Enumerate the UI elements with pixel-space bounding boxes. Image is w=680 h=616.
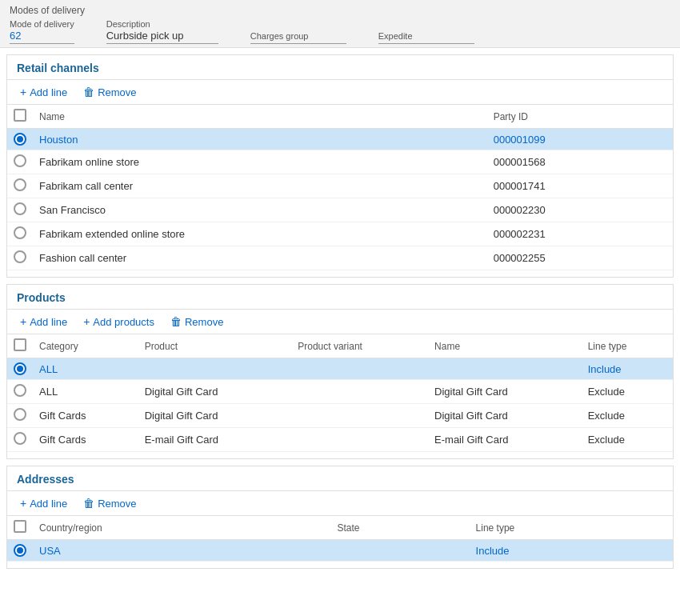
products-row-select[interactable] (7, 404, 33, 428)
products-row[interactable]: ALL Include (7, 358, 673, 380)
retail-partyid-header: Party ID (487, 105, 673, 129)
expedite-label: Expedite (378, 31, 474, 41)
plus-icon: + (20, 86, 26, 98)
products-row-product: E-mail Gift Card (138, 428, 292, 452)
products-remove-label: Remove (185, 316, 223, 328)
addresses-title: Addresses (7, 466, 673, 491)
addresses-add-line-label: Add line (30, 498, 67, 510)
products-add-line-label: Add line (30, 316, 67, 328)
retail-row-select[interactable] (7, 174, 33, 198)
products-row-linetype: Exclude (582, 380, 673, 404)
retail-row-name: Fabrikam online store (33, 150, 487, 174)
trash-icon-3: 🗑 (83, 497, 94, 510)
retail-channels-row[interactable]: Fabrikam extended online store 000002231 (7, 222, 673, 246)
addresses-row-linetype: Include (470, 540, 673, 562)
radio-button[interactable] (14, 178, 26, 191)
charges-label: Charges group (250, 31, 346, 41)
radio-button[interactable] (14, 226, 26, 239)
addresses-row-state (330, 540, 469, 562)
addresses-table-container: Country/region State Line type USA Inclu… (7, 516, 673, 568)
products-product-header: Product (138, 334, 292, 358)
products-remove-button[interactable]: 🗑 Remove (167, 314, 226, 330)
retail-select-header (7, 105, 33, 129)
products-name-header: Name (428, 334, 582, 358)
description-value[interactable]: Curbside pick up (106, 30, 218, 44)
products-variant-header: Product variant (291, 334, 428, 358)
products-row-linetype: Exclude (582, 428, 673, 452)
products-select-header (7, 334, 33, 358)
expedite-field: Expedite (378, 31, 474, 44)
retail-channels-row[interactable]: Houston 000001099 (7, 129, 673, 150)
products-row-select[interactable] (7, 358, 33, 380)
products-add-line-button[interactable]: + Add line (17, 314, 70, 330)
addresses-add-line-button[interactable]: + Add line (17, 495, 70, 511)
products-row-select[interactable] (7, 428, 33, 452)
radio-button[interactable] (14, 202, 26, 215)
retail-row-partyid: 000001099 (487, 129, 673, 150)
radio-button[interactable] (14, 250, 26, 263)
retail-channels-row[interactable]: Fabrikam online store 000001568 (7, 150, 673, 174)
addresses-section: Addresses + Add line 🗑 Remove Country/re… (6, 466, 674, 569)
products-table-container: Category Product Product variant Name Li… (7, 334, 673, 458)
radio-button[interactable] (14, 432, 26, 445)
products-row[interactable]: Gift Cards E-mail Gift Card E-mail Gift … (7, 428, 673, 452)
products-row-category: ALL (33, 380, 138, 404)
retail-row-partyid: 000001568 (487, 150, 673, 174)
retail-channels-row[interactable]: San Francisco 000002230 (7, 198, 673, 222)
radio-button[interactable] (14, 362, 26, 375)
radio-button[interactable] (14, 133, 26, 146)
charges-value[interactable] (250, 42, 346, 44)
modes-fields: Mode of delivery 62 Description Curbside… (10, 19, 670, 44)
retail-add-line-button[interactable]: + Add line (17, 84, 70, 100)
description-label: Description (106, 19, 218, 29)
addresses-remove-button[interactable]: 🗑 Remove (80, 495, 139, 511)
products-row-product (138, 358, 292, 380)
modes-of-delivery-title: Modes of delivery (10, 5, 670, 16)
addresses-linetype-header: Line type (470, 516, 673, 540)
retail-row-name: Houston (33, 129, 487, 150)
retail-channels-table: Name Party ID Houston 000001099 Fabrikam… (7, 105, 673, 270)
products-row[interactable]: Gift Cards Digital Gift Card Digital Gif… (7, 404, 673, 428)
retail-row-select[interactable] (7, 246, 33, 270)
radio-button[interactable] (14, 544, 26, 557)
retail-channels-row[interactable]: Fabrikam call center 000001741 (7, 174, 673, 198)
products-row-category: ALL (33, 358, 138, 380)
expedite-value[interactable] (378, 42, 474, 44)
products-row-variant (291, 428, 428, 452)
retail-row-select[interactable] (7, 150, 33, 174)
retail-row-select[interactable] (7, 222, 33, 246)
retail-row-select[interactable] (7, 198, 33, 222)
products-category-header: Category (33, 334, 138, 358)
retail-row-partyid: 000001741 (487, 174, 673, 198)
addresses-state-header: State (330, 516, 469, 540)
radio-button[interactable] (14, 384, 26, 397)
products-row-name: E-mail Gift Card (428, 428, 582, 452)
products-row-linetype: Include (582, 358, 673, 380)
retail-channels-row[interactable]: Fashion call center 000002255 (7, 246, 673, 270)
products-row[interactable]: ALL Digital Gift Card Digital Gift Card … (7, 380, 673, 404)
retail-remove-button[interactable]: 🗑 Remove (80, 84, 139, 100)
add-products-label: Add products (93, 316, 154, 328)
add-products-button[interactable]: + Add products (80, 314, 158, 330)
radio-button[interactable] (14, 154, 26, 167)
products-row-linetype: Exclude (582, 404, 673, 428)
addresses-select-all-checkbox[interactable] (14, 520, 26, 533)
products-row-variant (291, 404, 428, 428)
products-toolbar: + Add line + Add products 🗑 Remove (7, 310, 673, 334)
addresses-row[interactable]: USA Include (7, 540, 673, 562)
products-select-all-checkbox[interactable] (14, 338, 26, 351)
retail-row-name: San Francisco (33, 198, 487, 222)
radio-button[interactable] (14, 408, 26, 421)
retail-channels-toolbar: + Add line 🗑 Remove (7, 80, 673, 105)
addresses-row-select[interactable] (7, 540, 33, 562)
addresses-remove-label: Remove (98, 498, 136, 510)
products-row-select[interactable] (7, 380, 33, 404)
addresses-toolbar: + Add line 🗑 Remove (7, 491, 673, 516)
mode-value[interactable]: 62 (10, 30, 74, 44)
retail-row-name: Fabrikam call center (33, 174, 487, 198)
retail-row-partyid: 000002230 (487, 198, 673, 222)
products-section: Products + Add line + Add products 🗑 Rem… (6, 284, 674, 459)
retail-channels-title: Retail channels (7, 55, 673, 80)
retail-select-all-checkbox[interactable] (14, 109, 26, 122)
retail-row-select[interactable] (7, 129, 33, 150)
